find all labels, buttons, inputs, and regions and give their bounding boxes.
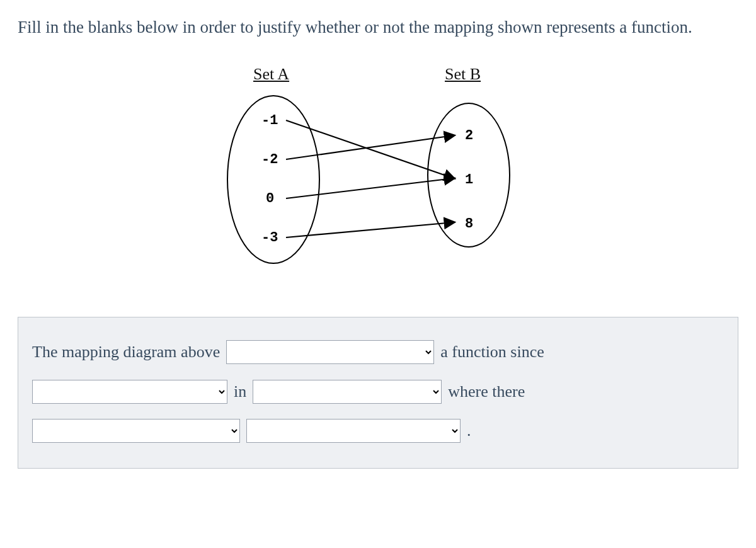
sentence-part-1: The mapping diagram above: [32, 333, 220, 372]
sentence-part-3: in: [234, 372, 246, 411]
set-b-label: Set B: [445, 65, 481, 84]
blank-2-select[interactable]: [32, 380, 227, 404]
set-a-value-3: -3: [261, 230, 278, 246]
set-a-value-2: 0: [266, 191, 274, 207]
blank-3-select[interactable]: [253, 380, 442, 404]
sentence-part-2: a function since: [440, 333, 544, 372]
blank-5-select[interactable]: [246, 419, 461, 443]
set-a-value-1: -2: [261, 152, 278, 168]
blank-1-select[interactable]: [226, 340, 434, 364]
answer-panel: The mapping diagram above a function sin…: [18, 317, 738, 469]
set-b-value-1: 1: [465, 172, 473, 188]
set-b-value-2: 8: [465, 216, 473, 232]
set-b-value-0: 2: [465, 128, 473, 144]
sentence-part-5: .: [467, 411, 471, 450]
mapping-diagram: Set A Set B -1 -2 0 -3 2 1 8: [18, 65, 738, 279]
set-a-label: Set A: [253, 65, 289, 84]
instructions-text: Fill in the blanks below in order to jus…: [18, 15, 738, 40]
sentence-part-4: where there: [448, 372, 525, 411]
set-a-value-0: -1: [261, 113, 278, 128]
blank-4-select[interactable]: [32, 419, 240, 443]
